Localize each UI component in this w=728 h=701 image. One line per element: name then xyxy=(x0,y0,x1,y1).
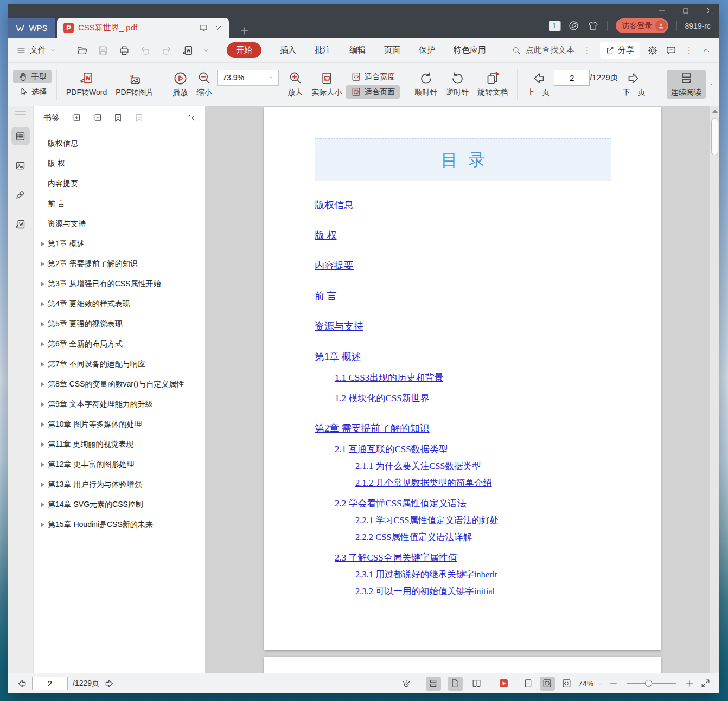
status-page-input[interactable] xyxy=(32,677,68,690)
toc-link-text[interactable]: 2.1.1 为什么要关注CSS数据类型 xyxy=(355,461,481,471)
menu-tab-special-apps[interactable]: 特色应用 xyxy=(454,45,486,55)
continuous-reading-button[interactable]: 连续阅读 xyxy=(667,70,706,99)
bookmark-item[interactable]: 第12章 更丰富的图形处理 xyxy=(34,454,205,474)
share-button[interactable]: 分享 xyxy=(600,42,640,59)
status-fit-width-button[interactable] xyxy=(561,678,572,689)
rotate-clockwise-button[interactable]: 顺时针 xyxy=(410,70,442,99)
toc-link-text[interactable]: 版权信息 xyxy=(315,200,354,210)
facing-pages-button[interactable] xyxy=(469,677,484,691)
wps-menu-button[interactable]: WPS xyxy=(8,18,55,38)
undo-icon[interactable] xyxy=(139,44,151,56)
export-word-panel-button[interactable] xyxy=(11,215,30,233)
actual-size-button[interactable]: 1:1 实际大小 xyxy=(307,70,346,99)
next-page-button[interactable]: 下一页 xyxy=(618,70,650,99)
thumbnails-panel-button[interactable] xyxy=(11,156,30,175)
maximize-icon[interactable] xyxy=(682,7,689,15)
fullscreen-icon[interactable] xyxy=(700,678,711,689)
status-prev-page-button[interactable] xyxy=(16,678,27,689)
eye-protect-icon[interactable] xyxy=(400,678,412,690)
status-next-page-button[interactable] xyxy=(104,678,115,689)
toc-link-text[interactable]: 第2章 需要提前了解的知识 xyxy=(315,423,430,434)
toc-link-text[interactable]: 第1章 概述 xyxy=(315,351,361,362)
settings-gear-icon[interactable] xyxy=(647,45,658,56)
toc-link-text[interactable]: 内容提要 xyxy=(315,260,354,271)
bookmark-item[interactable]: 第1章 概述 xyxy=(34,234,205,254)
new-tab-button[interactable] xyxy=(240,26,250,36)
comment-icon[interactable] xyxy=(666,45,676,56)
collapse-ribbon-icon[interactable] xyxy=(702,46,711,55)
document-viewport[interactable]: 目录 版权信息 版 权 内容提要 前 言 资源与支持 xyxy=(205,106,719,673)
zoom-out-minus-button[interactable] xyxy=(609,679,618,688)
zoom-in-button[interactable]: 放大 xyxy=(283,70,307,99)
toc-link-text[interactable]: 版 权 xyxy=(315,230,337,241)
menu-tab-insert[interactable]: 插入 xyxy=(280,45,296,55)
bookmark-item[interactable]: 第8章 CSS的变量函数var()与自定义属性 xyxy=(34,374,205,394)
bookmarks-panel-button[interactable] xyxy=(11,127,30,145)
close-icon[interactable] xyxy=(706,7,714,15)
print-icon[interactable] xyxy=(118,44,130,56)
annotations-panel-button[interactable] xyxy=(11,185,30,204)
bookmark-item[interactable]: 第6章 全新的布局方式 xyxy=(34,334,205,354)
panel-expander[interactable] xyxy=(707,63,714,106)
toc-link-text[interactable]: 前 言 xyxy=(315,291,337,301)
menu-tab-protect[interactable]: 保护 xyxy=(419,45,435,55)
toc-link-text[interactable]: 2.2.2 CSS属性值定义语法详解 xyxy=(355,532,472,542)
redo-icon[interactable] xyxy=(161,44,173,56)
rotate-document-button[interactable]: 旋转文档 xyxy=(473,70,512,99)
docer-icon[interactable] xyxy=(568,20,579,31)
toc-link-text[interactable]: 2.1 互通互联的CSS数据类型 xyxy=(335,444,448,454)
fit-width-button[interactable]: 适合宽度 xyxy=(346,70,400,83)
continuous-mode-button[interactable] xyxy=(426,677,441,691)
open-documents-badge[interactable]: 1 xyxy=(549,21,560,31)
prev-page-button[interactable]: 上一页 xyxy=(522,70,554,99)
expand-all-icon[interactable] xyxy=(71,113,81,123)
panel-handle[interactable] xyxy=(15,111,26,115)
document-tab[interactable]: P CSS新世界_.pdf xyxy=(57,18,229,38)
zoom-slider-knob[interactable] xyxy=(645,680,652,687)
single-page-button[interactable] xyxy=(448,677,463,691)
autoplay-button[interactable] xyxy=(498,678,509,689)
bookmark-item[interactable]: 第15章 Houdini是CSS新的未来 xyxy=(34,515,205,535)
bookmark-item[interactable]: 第7章 不同设备的适配与响应 xyxy=(34,354,205,374)
bookmark-item[interactable]: 第10章 图片等多媒体的处理 xyxy=(34,414,205,434)
close-panel-icon[interactable] xyxy=(188,114,196,122)
add-bookmark-icon[interactable] xyxy=(113,113,123,123)
status-fit-page-button[interactable] xyxy=(540,677,555,691)
toc-link-text[interactable]: 2.1.2 几个常见数据类型的简单介绍 xyxy=(355,478,492,488)
remove-bookmark-icon[interactable] xyxy=(134,113,144,123)
play-button[interactable]: 播放 xyxy=(168,70,192,99)
bookmark-item[interactable]: 第13章 用户行为与体验增强 xyxy=(34,474,205,494)
select-tool-button[interactable]: 选择 xyxy=(13,85,52,99)
minimize-icon[interactable] xyxy=(658,7,666,15)
tab-close-icon[interactable] xyxy=(215,24,222,32)
rotate-counterclockwise-button[interactable]: 逆时针 xyxy=(442,70,473,99)
toc-link-text[interactable]: 2.3.2 可以一用的初始值关键字initial xyxy=(355,586,495,596)
bookmark-item[interactable]: 第9章 文本字符处理能力的升级 xyxy=(34,394,205,414)
bookmark-item[interactable]: 第2章 需要提前了解的知识 xyxy=(34,254,205,274)
zoom-in-plus-button[interactable] xyxy=(685,679,694,688)
pdf-to-image-button[interactable]: PDF转图片 xyxy=(111,70,158,99)
bookmark-item[interactable]: 资源与支持 xyxy=(34,214,205,234)
status-zoom-select[interactable]: 74% xyxy=(578,679,603,688)
menu-tab-page[interactable]: 页面 xyxy=(384,45,400,55)
zoom-slider[interactable] xyxy=(627,683,676,684)
bookmark-item[interactable]: 第14章 SVG元素的CSS控制 xyxy=(34,494,205,515)
toc-link-text[interactable]: 2.3 了解CSS全局关键字属性值 xyxy=(335,552,457,563)
pdf-to-word-button[interactable]: PDF转Word xyxy=(62,70,111,99)
guest-login-button[interactable]: 访客登录 xyxy=(616,18,668,33)
bookmark-item[interactable]: 前 言 xyxy=(34,194,205,214)
bookmark-item[interactable]: 第5章 更强的视觉表现 xyxy=(34,314,205,334)
search-more-vdots-icon[interactable]: ⋮ xyxy=(582,46,592,55)
dropdown-caret-icon[interactable] xyxy=(203,47,209,54)
bookmark-item[interactable]: 第4章 更细致的样式表现 xyxy=(34,294,205,314)
menu-tab-edit[interactable]: 编辑 xyxy=(349,45,366,55)
toc-link-text[interactable]: 2.2.1 学习CSS属性值定义语法的好处 xyxy=(355,515,499,525)
toc-link-text[interactable]: 2.3.1 用过都说好的继承关键字inherit xyxy=(355,569,497,580)
toc-link-text[interactable]: 资源与支持 xyxy=(315,321,363,332)
menu-tab-comment[interactable]: 批注 xyxy=(315,45,331,55)
toc-link-text[interactable]: 1.2 模块化的CSS新世界 xyxy=(335,393,430,403)
open-folder-icon[interactable] xyxy=(76,44,88,56)
scrollbar-up-icon[interactable] xyxy=(712,110,718,113)
status-actual-size-button[interactable]: 1:1 xyxy=(523,678,533,689)
fit-page-button[interactable]: 适合页面 xyxy=(346,85,400,99)
